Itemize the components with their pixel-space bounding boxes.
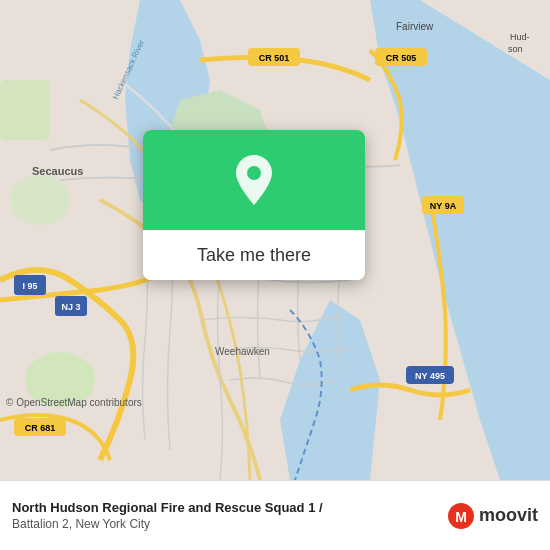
svg-text:CR 501: CR 501 bbox=[259, 53, 290, 63]
svg-text:Weehawken: Weehawken bbox=[215, 346, 270, 357]
svg-text:CR 681: CR 681 bbox=[25, 423, 56, 433]
location-subtitle: Battalion 2, New York City bbox=[12, 517, 437, 531]
svg-text:son: son bbox=[508, 44, 523, 54]
svg-text:I 95: I 95 bbox=[22, 281, 37, 291]
popup-header bbox=[143, 130, 365, 230]
svg-text:NY 495: NY 495 bbox=[415, 371, 445, 381]
moovit-brand-icon: M bbox=[447, 502, 475, 530]
svg-text:Hud-: Hud- bbox=[510, 32, 530, 42]
location-pin-icon bbox=[232, 153, 276, 207]
location-title: North Hudson Regional Fire and Rescue Sq… bbox=[12, 500, 437, 517]
take-me-there-button[interactable]: Take me there bbox=[143, 230, 365, 280]
svg-text:Fairview: Fairview bbox=[396, 21, 434, 32]
svg-text:NY 9A: NY 9A bbox=[430, 201, 457, 211]
attribution-text: © OpenStreetMap contributors bbox=[6, 397, 142, 408]
moovit-brand-text: moovit bbox=[479, 505, 538, 526]
svg-text:M: M bbox=[455, 509, 467, 525]
svg-point-7 bbox=[10, 175, 70, 225]
location-popup: Take me there bbox=[143, 130, 365, 280]
map-container: CR 501 CR 505 I 95 NJ 3 CR 681 NY 9A NY … bbox=[0, 0, 550, 480]
moovit-logo: M moovit bbox=[447, 502, 538, 530]
footer-text-block: North Hudson Regional Fire and Rescue Sq… bbox=[12, 500, 437, 531]
svg-point-31 bbox=[247, 166, 261, 180]
footer: North Hudson Regional Fire and Rescue Sq… bbox=[0, 480, 550, 550]
svg-text:Secaucus: Secaucus bbox=[32, 165, 83, 177]
svg-text:CR 505: CR 505 bbox=[386, 53, 417, 63]
svg-text:NJ 3: NJ 3 bbox=[61, 302, 80, 312]
svg-rect-8 bbox=[0, 80, 50, 140]
